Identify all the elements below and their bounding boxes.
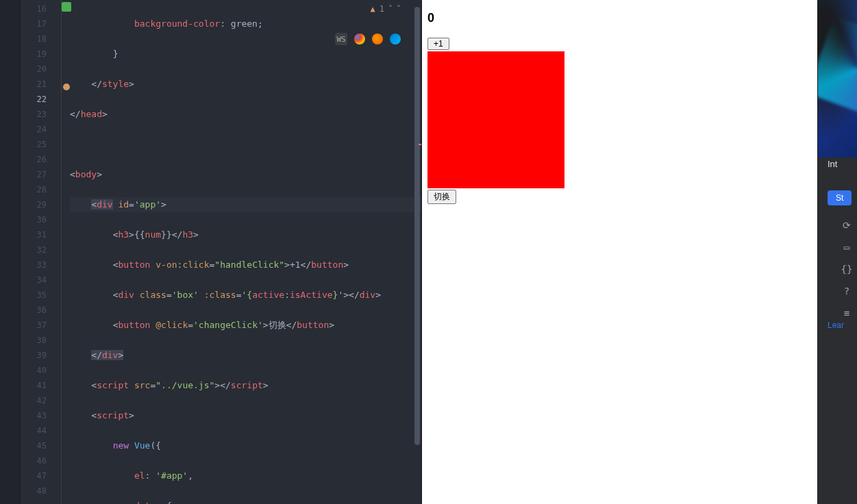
braces-icon[interactable]: {} — [841, 263, 853, 275]
ai-toolbar: ⟳ ▭ {} ? ≡ — [841, 219, 853, 319]
open-in-browser-bar: WS — [335, 33, 401, 45]
preview-box — [427, 51, 564, 188]
webstorm-icon[interactable]: WS — [335, 33, 347, 45]
inspection-summary[interactable]: ▲ 1 ˄ ˅ — [371, 4, 401, 14]
increment-button[interactable]: +1 — [427, 38, 449, 50]
chevron-up-icon[interactable]: ˄ — [388, 4, 393, 14]
preview-body: 0 +1 切换 — [422, 0, 817, 504]
preview-num: 0 — [427, 11, 812, 25]
preview-pane: 0 +1 切换 — [421, 0, 817, 504]
fold-column[interactable] — [59, 0, 70, 504]
ai-title: Int — [828, 159, 837, 169]
help-icon[interactable]: ? — [841, 285, 853, 297]
menu-icon[interactable]: ≡ — [841, 307, 853, 319]
edge-icon[interactable] — [390, 34, 401, 45]
chat-icon[interactable]: ▭ — [841, 241, 853, 253]
ai-start-button[interactable]: St — [828, 190, 852, 205]
code-area[interactable]: background-color: green; } </style> </he… — [70, 0, 421, 504]
firefox-icon[interactable] — [372, 34, 383, 45]
ai-learn-link[interactable]: Lear — [828, 320, 844, 330]
code-editor[interactable]: 16171819 20212223 24252627 28293031 3233… — [21, 0, 421, 504]
line-number-gutter: 16171819 20212223 24252627 28293031 3233… — [21, 0, 59, 504]
ai-hero-graphic — [817, 0, 857, 158]
chrome-icon[interactable] — [354, 34, 365, 45]
main-split: 16171819 20212223 24252627 28293031 3233… — [0, 0, 857, 504]
toggle-button[interactable]: 切换 — [427, 190, 456, 204]
editor-scrollbar[interactable] — [414, 7, 420, 445]
project-tool-strip[interactable] — [0, 0, 21, 504]
error-stripe[interactable] — [419, 144, 421, 145]
warning-icon: ▲ — [371, 4, 375, 14]
ai-assistant-panel: Int St ⟳ ▭ {} ? ≡ Lear — [817, 0, 857, 504]
chevron-down-icon[interactable]: ˅ — [397, 4, 401, 14]
refresh-icon[interactable]: ⟳ — [841, 219, 853, 231]
warning-count: 1 — [380, 4, 384, 14]
